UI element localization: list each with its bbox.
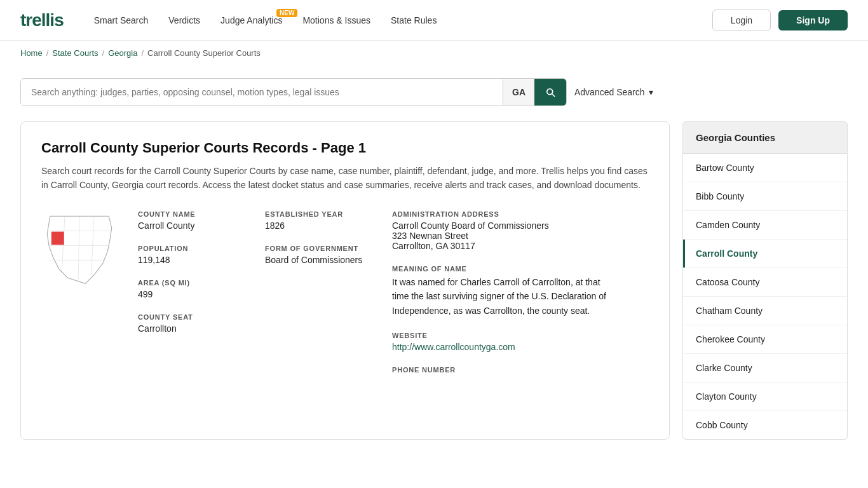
phone-group: PHONE NUMBER bbox=[392, 366, 608, 374]
breadcrumb-link[interactable]: Georgia bbox=[108, 48, 137, 58]
breadcrumb-link[interactable]: Home bbox=[20, 48, 43, 58]
website-label: WEBSITE bbox=[392, 332, 608, 339]
website-group: WEBSITE http://www.carrollcountyga.com bbox=[392, 332, 608, 352]
search-button[interactable] bbox=[534, 79, 566, 105]
sidebar-item-bibb-county[interactable]: Bibb County bbox=[683, 182, 847, 211]
established-year-label: ESTABLISHED YEAR bbox=[265, 210, 367, 218]
form-of-govt-label: FORM OF GOVERNMENT bbox=[265, 245, 367, 252]
nav-item-motions-&-issues[interactable]: Motions & Issues bbox=[302, 15, 370, 25]
population-label: POPULATION bbox=[138, 245, 240, 252]
page-title: Carroll County Superior Courts Records -… bbox=[41, 140, 649, 156]
search-input[interactable] bbox=[21, 79, 503, 105]
sidebar-item-carroll-county[interactable]: Carroll County bbox=[683, 240, 847, 268]
sidebar-item-bartow-county[interactable]: Bartow County bbox=[683, 154, 847, 182]
sidebar-item-cobb-county[interactable]: Cobb County bbox=[683, 411, 847, 439]
county-seat-label: COUNTY SEAT bbox=[138, 313, 240, 321]
admin-address-line2: 323 Newnan Street bbox=[392, 231, 608, 241]
nav: Smart SearchVerdictsJudge AnalyticsNEWMo… bbox=[94, 15, 437, 25]
sidebar-item-camden-county[interactable]: Camden County bbox=[683, 211, 847, 240]
main-layout: Carroll County Superior Courts Records -… bbox=[0, 121, 868, 465]
breadcrumb-separator: / bbox=[46, 48, 49, 58]
georgia-map-svg bbox=[41, 210, 118, 287]
nav-badge: NEW bbox=[276, 9, 297, 17]
population-group: POPULATION 119,148 bbox=[138, 245, 240, 265]
search-container: GA bbox=[20, 78, 567, 106]
logo[interactable]: trellis bbox=[20, 10, 64, 30]
county-name-label: COUNTY NAME bbox=[138, 210, 240, 218]
advanced-search-button[interactable]: Advanced Search ▾ bbox=[574, 87, 653, 97]
established-year-value: 1826 bbox=[265, 220, 367, 231]
sidebar-item-catoosa-county[interactable]: Catoosa County bbox=[683, 268, 847, 297]
info-columns: COUNTY NAME Carroll County POPULATION 11… bbox=[138, 210, 649, 388]
info-col-3: ADMINISTRATION ADDRESS Carroll County Bo… bbox=[392, 210, 608, 388]
form-of-govt-group: FORM OF GOVERNMENT Board of Commissioner… bbox=[265, 245, 367, 265]
county-name-value: Carroll County bbox=[138, 220, 240, 231]
search-state: GA bbox=[503, 79, 534, 105]
sidebar-list: Bartow CountyBibb CountyCamden CountyCar… bbox=[682, 154, 848, 440]
admin-address-line3: Carrollton, GA 30117 bbox=[392, 241, 608, 251]
county-seat-value: Carrollton bbox=[138, 323, 240, 334]
nav-item-smart-search[interactable]: Smart Search bbox=[94, 15, 149, 25]
nav-item-state-rules[interactable]: State Rules bbox=[391, 15, 437, 25]
svg-line-5 bbox=[78, 216, 79, 281]
county-name-group: COUNTY NAME Carroll County bbox=[138, 210, 240, 231]
nav-item-verdicts[interactable]: Verdicts bbox=[168, 15, 200, 25]
signup-button[interactable]: Sign Up bbox=[778, 10, 848, 30]
svg-line-6 bbox=[91, 216, 94, 276]
county-info: COUNTY NAME Carroll County POPULATION 11… bbox=[41, 210, 649, 388]
county-map bbox=[41, 210, 118, 288]
chevron-down-icon: ▾ bbox=[649, 87, 653, 97]
advanced-search-label: Advanced Search bbox=[574, 87, 645, 97]
form-of-govt-value: Board of Commissioners bbox=[265, 255, 367, 265]
breadcrumb-current: Carroll County Superior Courts bbox=[147, 48, 261, 58]
population-value: 119,148 bbox=[138, 255, 240, 265]
breadcrumb-separator: / bbox=[102, 48, 105, 58]
sidebar-item-clayton-county[interactable]: Clayton County bbox=[683, 383, 847, 411]
search-section: GA Advanced Search ▾ bbox=[0, 65, 868, 121]
meaning-label: MEANING OF NAME bbox=[392, 265, 608, 273]
website-link[interactable]: http://www.carrollcountyga.com bbox=[392, 342, 515, 352]
header: trellis Smart SearchVerdictsJudge Analyt… bbox=[0, 0, 868, 41]
meaning-text: It was named for Charles Carroll of Carr… bbox=[392, 275, 608, 318]
header-right: Login Sign Up bbox=[712, 10, 848, 31]
login-button[interactable]: Login bbox=[712, 10, 771, 31]
admin-address-line1: Carroll County Board of Commissioners bbox=[392, 220, 608, 231]
breadcrumb-link[interactable]: State Courts bbox=[52, 48, 98, 58]
search-icon bbox=[545, 86, 556, 98]
meaning-group: MEANING OF NAME It was named for Charles… bbox=[392, 265, 608, 318]
admin-address-group: ADMINISTRATION ADDRESS Carroll County Bo… bbox=[392, 210, 608, 251]
page-description: Search court records for the Carroll Cou… bbox=[41, 164, 649, 193]
sidebar-item-clarke-county[interactable]: Clarke County bbox=[683, 354, 847, 383]
header-left: trellis Smart SearchVerdictsJudge Analyt… bbox=[20, 10, 437, 30]
area-value: 499 bbox=[138, 289, 240, 299]
sidebar-item-cherokee-county[interactable]: Cherokee County bbox=[683, 325, 847, 354]
content-panel: Carroll County Superior Courts Records -… bbox=[20, 121, 670, 440]
area-label: AREA (SQ MI) bbox=[138, 279, 240, 287]
breadcrumb: Home/State Courts/Georgia/Carroll County… bbox=[0, 41, 868, 65]
county-seat-group: COUNTY SEAT Carrollton bbox=[138, 313, 240, 334]
breadcrumb-separator: / bbox=[141, 48, 144, 58]
admin-address-label: ADMINISTRATION ADDRESS bbox=[392, 210, 608, 218]
sidebar: Georgia Counties Bartow CountyBibb Count… bbox=[682, 121, 848, 440]
phone-label: PHONE NUMBER bbox=[392, 366, 608, 374]
established-year-group: ESTABLISHED YEAR 1826 bbox=[265, 210, 367, 231]
info-col-2: ESTABLISHED YEAR 1826 FORM OF GOVERNMENT… bbox=[265, 210, 367, 388]
info-col-1: COUNTY NAME Carroll County POPULATION 11… bbox=[138, 210, 240, 388]
sidebar-item-chatham-county[interactable]: Chatham County bbox=[683, 297, 847, 325]
nav-item-judge-analytics[interactable]: Judge AnalyticsNEW bbox=[220, 15, 282, 25]
sidebar-header: Georgia Counties bbox=[682, 121, 848, 154]
svg-marker-0 bbox=[47, 216, 112, 283]
area-group: AREA (SQ MI) 499 bbox=[138, 279, 240, 299]
svg-rect-7 bbox=[51, 231, 64, 245]
